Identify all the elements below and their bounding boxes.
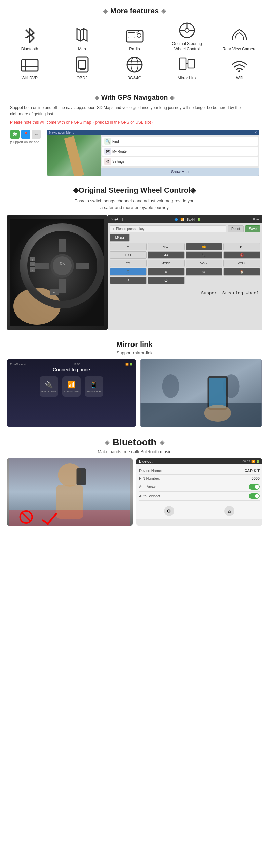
gps-settings-btn[interactable]: ⚙ Settings	[102, 157, 258, 166]
bt-pin-label: PIN Number:	[139, 476, 160, 480]
si-phone-btn[interactable]: 📞	[186, 251, 223, 259]
svg-rect-11	[22, 60, 38, 71]
si-rw-btn[interactable]: ≪	[147, 268, 184, 276]
mirror-icons-row: 🔌 Android USB 📶 Android WiFi 📱 iPhone Wi…	[10, 376, 133, 397]
map-label: Map	[78, 47, 86, 52]
steering-interface: ⌂ ↩ □ 🔷 📶 15:44 🔋 ≡ ↩ ○	[108, 215, 262, 330]
svg-text:OK: OK	[31, 264, 34, 266]
wifi-symbol: 📶	[67, 380, 76, 389]
mirror-car-photo	[139, 359, 262, 427]
bt-home-icon[interactable]: ⌂	[224, 506, 234, 516]
feature-wifi-dvr: Wifi DVR	[8, 55, 52, 81]
si-vol-down-btn[interactable]: VOL-	[186, 260, 223, 267]
bt-person-photo	[7, 458, 133, 526]
mirror-images: EasyConnect... 17:38 📶 🔋 Connect to phon…	[7, 359, 262, 427]
wifi-dvr-label: Wifi DVR	[22, 76, 38, 81]
bt-auto-connect-row: AutoConnect	[139, 492, 260, 501]
si-circle-btn[interactable]: ●	[110, 243, 146, 250]
bt-time: 00:03	[242, 460, 250, 463]
si-vol-up-btn[interactable]: VOL+	[223, 260, 260, 267]
bt-screen-header: Bluetooth 00:03 📶 🔋	[136, 458, 262, 464]
si-mode-btn[interactable]: MODE	[147, 260, 184, 267]
svg-text:▽: ▽	[32, 269, 33, 271]
gps-content: 🗺 📍 ··· (Support online app) Navigation …	[10, 129, 259, 176]
steering-title: ◈Original Steering Wheel Control◈	[7, 186, 262, 195]
bt-auto-answer-toggle[interactable]	[249, 484, 260, 490]
more-features-section: ◈ More features ◈ Bluetooth Map	[0, 0, 269, 88]
si-vol-mute-btn[interactable]: 🔇	[223, 251, 260, 259]
bt-device-name-value: CAR KIT	[244, 469, 260, 473]
feature-bluetooth: Bluetooth	[8, 26, 52, 52]
steering-section: ◈Original Steering Wheel Control◈ Easy t…	[0, 179, 269, 333]
si-refresh-btn[interactable]: ↺	[110, 277, 146, 284]
mirror-section: Mirror link Support mirror-link EasyConn…	[0, 333, 269, 430]
diamond-right: ◈	[161, 7, 166, 15]
mirror-icon	[178, 55, 196, 74]
gps-show-map-btn[interactable]: Show Map	[101, 167, 259, 176]
si-mute-row: M/◀◀	[110, 234, 260, 242]
usb-symbol: 🔌	[45, 380, 53, 389]
si-bt-btn[interactable]: 🎵	[110, 268, 146, 276]
steering-wheel-visual: OK △ OK ▽ ↩	[7, 215, 108, 330]
si-power-btn[interactable]: ⏻	[147, 277, 184, 284]
bluetooth-label: Bluetooth	[21, 47, 38, 52]
mirror-icons: 📶 🔋	[126, 363, 133, 366]
bt-battery: 🔋	[256, 460, 260, 463]
bt-diamond-left: ◈	[105, 439, 109, 446]
mirror-title: Mirror link	[7, 340, 262, 349]
si-save-btn[interactable]: Save	[245, 225, 260, 232]
steering-interface-header: ⌂ ↩ □ 🔷 📶 15:44 🔋 ≡ ↩	[108, 215, 262, 223]
gps-buttons: 🔍 Find 🗺 My Route ⚙ Settings	[101, 135, 259, 167]
menu-icon: □	[120, 217, 123, 222]
bt-screen-title: Bluetooth	[139, 459, 154, 463]
bt-auto-answer-label: AutoAnswer	[139, 485, 159, 489]
gps-find-btn[interactable]: 🔍 Find	[102, 136, 258, 146]
feature-mirror: Mirror Link	[165, 55, 209, 81]
si-home-btn[interactable]: 🏠	[223, 268, 260, 276]
si-key-row: ○ Please press a key Reset Save	[110, 225, 260, 232]
mirror-time: 17:38	[73, 363, 80, 366]
svg-text:OK: OK	[60, 262, 65, 266]
svg-rect-16	[79, 60, 86, 69]
more-features-title: ◈ More features ◈	[3, 7, 266, 16]
svg-rect-24	[188, 60, 195, 68]
bt-diamond-right: ◈	[160, 439, 164, 446]
wifi-label: Wifi	[236, 76, 243, 81]
si-navi-btn[interactable]: NAVI	[147, 243, 184, 250]
bt-screen-body: Device Name: CAR KIT PIN Number: 0000 Au…	[136, 464, 262, 503]
bt-settings-icon[interactable]: ⚙	[164, 506, 174, 516]
si-prev-btn[interactable]: ◀◀	[147, 251, 184, 259]
gps-route-btn[interactable]: 🗺 My Route	[102, 147, 258, 156]
bt-desc: Make hands free call/ Buletooth music	[7, 449, 262, 454]
si-reset-btn[interactable]: Reset	[228, 225, 244, 232]
android-wifi-icon: 📶 Android WiFi	[62, 376, 81, 397]
bt-device-name-row: Device Name: CAR KIT	[139, 467, 260, 475]
gps-map-area	[47, 135, 101, 176]
iphone-wifi-icon: 📱 iPhone WiFi	[85, 376, 103, 397]
bt-person-visual	[7, 458, 133, 526]
si-play-btn[interactable]: ▶|	[223, 243, 260, 250]
feature-steering: Original SteeringWheel Control	[165, 21, 209, 52]
wifi-dvr-icon	[21, 55, 39, 74]
si-key-display: ○ Please press a key	[110, 225, 226, 232]
si-eq-btn[interactable]: EQ	[110, 260, 146, 267]
bt-auto-connect-toggle[interactable]	[249, 493, 260, 499]
svg-rect-15	[76, 57, 88, 72]
gps-screenshot: Navigation Menu ✕ 🔍 Find 🗺 My Ro	[47, 129, 259, 176]
svg-point-51	[204, 405, 231, 422]
svg-point-26	[238, 70, 240, 72]
wifi-status-icon: 📶	[180, 218, 184, 221]
mirror-screen: EasyConnect... 17:38 📶 🔋 Connect to phon…	[7, 359, 136, 427]
svg-text:↩: ↩	[53, 291, 56, 294]
si-ff-btn[interactable]: ≫	[186, 268, 223, 276]
signal-icon: ≡	[253, 217, 255, 222]
android-usb-label: Android USB	[41, 390, 57, 393]
si-lud-btn[interactable]: LUD	[110, 251, 146, 259]
time-display: 15:44	[186, 218, 195, 221]
car-interior-visual	[139, 359, 262, 427]
bluetooth-section: ◈ Bluetooth ◈ Make hands free call/ Bule…	[0, 430, 269, 529]
android-wifi-label: Android WiFi	[64, 390, 79, 393]
si-radio-btn[interactable]: 📻	[186, 243, 223, 250]
si-header-icons: ⌂ ↩ □	[110, 217, 123, 222]
si-mute-btn[interactable]: M/◀◀	[110, 234, 130, 242]
